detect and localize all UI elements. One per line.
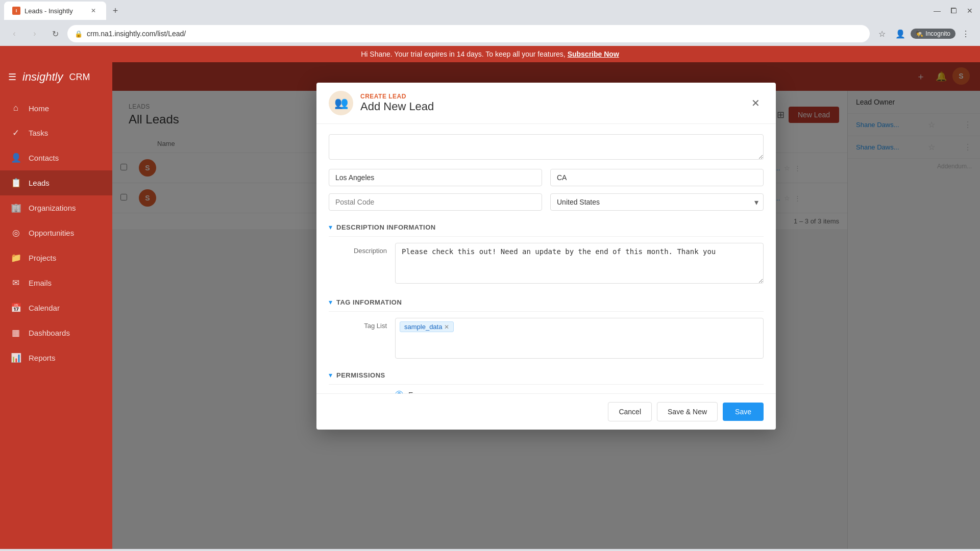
hamburger-icon[interactable]: ☰: [8, 71, 16, 83]
modal-icon: 👥: [329, 91, 353, 115]
tab-favicon: I: [12, 7, 20, 15]
sidebar-item-tasks-label: Tasks: [29, 129, 48, 137]
emails-icon: ✉: [10, 278, 21, 288]
browser-titlebar: I Leads - Insightly ✕ + — ⧠ ✕: [0, 0, 980, 21]
calendar-icon: 📅: [10, 303, 21, 313]
tag-chip-text: sample_data: [404, 323, 442, 331]
tab-title: Leads - Insightly: [24, 7, 73, 15]
window-controls: — ⧠ ✕: [931, 5, 976, 17]
country-group: United States United Kingdom Canada: [550, 193, 764, 211]
subscribe-link[interactable]: Subscribe Now: [568, 50, 619, 58]
sidebar-item-dashboards[interactable]: ▦ Dashboards: [0, 320, 112, 345]
address-top-area: [329, 134, 764, 162]
address-textarea[interactable]: [329, 134, 764, 160]
description-section-label: DESCRIPTION INFORMATION: [336, 223, 436, 231]
modal-header: 👥 CREATE LEAD Add New Lead ✕: [316, 83, 776, 124]
sidebar-item-leads[interactable]: 📋 Leads: [0, 170, 112, 195]
description-section-chevron[interactable]: ▾: [329, 223, 332, 231]
city-group: [329, 169, 542, 186]
reload-btn[interactable]: ↻: [47, 26, 63, 42]
description-section-header: ▾ DESCRIPTION INFORMATION: [329, 218, 764, 237]
main-area: ＋ 🔔 S LEADS All Leads: [112, 62, 980, 549]
save-button[interactable]: Save: [723, 403, 764, 421]
logo-text: insightly: [22, 70, 63, 84]
modal-close-btn[interactable]: ✕: [747, 95, 764, 111]
sidebar-item-emails-label: Emails: [29, 279, 52, 287]
city-input[interactable]: [329, 169, 542, 186]
permissions-section-chevron[interactable]: ▾: [329, 371, 332, 379]
sidebar-item-organizations-label: Organizations: [29, 204, 76, 212]
browser-tab[interactable]: I Leads - Insightly ✕: [4, 2, 106, 20]
new-tab-btn[interactable]: +: [108, 4, 122, 18]
sidebar-item-tasks[interactable]: ✓ Tasks: [0, 120, 112, 145]
back-btn[interactable]: ‹: [6, 26, 22, 42]
sidebar-item-reports[interactable]: 📊 Reports: [0, 345, 112, 370]
modal-title-block: CREATE LEAD Add New Lead: [360, 93, 434, 113]
description-field: [395, 243, 764, 286]
maximize-btn[interactable]: ⧠: [947, 5, 960, 17]
tag-row: Tag List sample_data ✕: [329, 318, 764, 359]
postal-input[interactable]: [329, 193, 542, 211]
save-new-button[interactable]: Save & New: [657, 402, 718, 421]
menu-btn[interactable]: ⋮: [958, 26, 974, 42]
incognito-badge: 🕵 Incognito: [911, 29, 955, 39]
description-textarea[interactable]: [395, 243, 764, 284]
sidebar-item-home[interactable]: ⌂ Home: [0, 96, 112, 120]
browser-window: I Leads - Insightly ✕ + — ⧠ ✕ ‹ › ↻ 🔒 cr…: [0, 0, 980, 551]
profile-btn[interactable]: 👤: [892, 26, 909, 42]
modal-subtitle: CREATE LEAD: [360, 93, 434, 100]
leads-icon: 📋: [10, 178, 21, 188]
tab-close-btn[interactable]: ✕: [89, 6, 98, 15]
tag-field: sample_data ✕: [395, 318, 764, 359]
bookmark-btn[interactable]: ☆: [874, 26, 890, 42]
add-lead-modal: 👥 CREATE LEAD Add New Lead ✕: [316, 83, 776, 430]
reports-icon: 📊: [10, 353, 21, 363]
sidebar-item-contacts[interactable]: 👤 Contacts: [0, 145, 112, 170]
organizations-icon: 🏢: [10, 203, 21, 213]
trial-text: Hi Shane. Your trial expires in 14 days.…: [361, 50, 566, 58]
minimize-btn[interactable]: —: [931, 5, 943, 17]
incognito-icon: 🕵: [916, 30, 923, 37]
forward-btn[interactable]: ›: [27, 26, 43, 42]
close-window-btn[interactable]: ✕: [964, 5, 976, 17]
state-group: [550, 169, 764, 186]
country-select[interactable]: United States United Kingdom Canada: [550, 193, 764, 211]
address-bar[interactable]: 🔒 crm.na1.insightly.com/list/Lead/: [67, 25, 870, 42]
description-row: Description: [329, 243, 764, 286]
modal-footer: Cancel Save & New Save: [316, 393, 776, 430]
city-state-row: [329, 169, 764, 186]
sidebar-item-emails[interactable]: ✉ Emails: [0, 270, 112, 295]
tag-section-header: ▾ TAG INFORMATION: [329, 293, 764, 312]
tag-chip-sample-data: sample_data ✕: [400, 321, 454, 332]
sidebar: ☰ insightly CRM ⌂ Home ✓ Tasks 👤 Contact…: [0, 62, 112, 549]
sidebar-item-opportunities[interactable]: ◎ Opportunities: [0, 220, 112, 245]
dashboards-icon: ▦: [10, 328, 21, 338]
state-input[interactable]: [550, 169, 764, 186]
permissions-section-header: ▾ PERMISSIONS: [329, 366, 764, 385]
sidebar-item-organizations[interactable]: 🏢 Organizations: [0, 195, 112, 220]
tag-input-container[interactable]: sample_data ✕: [395, 318, 764, 359]
tag-section-chevron[interactable]: ▾: [329, 298, 332, 306]
country-select-wrapper: United States United Kingdom Canada: [550, 193, 764, 211]
postal-group: [329, 193, 542, 211]
tag-label: Tag List: [329, 318, 395, 330]
tag-remove-btn[interactable]: ✕: [444, 323, 449, 331]
sidebar-item-opportunities-label: Opportunities: [29, 229, 74, 237]
sidebar-item-calendar[interactable]: 📅 Calendar: [0, 295, 112, 320]
permissions-section-label: PERMISSIONS: [336, 371, 385, 379]
addressbar-actions: ☆ 👤 🕵 Incognito ⋮: [874, 26, 974, 42]
projects-icon: 📁: [10, 253, 21, 263]
description-label: Description: [329, 243, 395, 255]
home-icon: ⌂: [10, 103, 21, 113]
app-layout: ☰ insightly CRM ⌂ Home ✓ Tasks 👤 Contact…: [0, 62, 980, 549]
sidebar-item-home-label: Home: [29, 104, 49, 113]
sidebar-item-contacts-label: Contacts: [29, 154, 59, 162]
crm-text: CRM: [69, 72, 90, 83]
address-bar-row: ‹ › ↻ 🔒 crm.na1.insightly.com/list/Lead/…: [0, 21, 980, 46]
cancel-button[interactable]: Cancel: [608, 402, 652, 421]
sidebar-item-dashboards-label: Dashboards: [29, 329, 70, 337]
sidebar-item-projects[interactable]: 📁 Projects: [0, 245, 112, 270]
postal-country-row: United States United Kingdom Canada: [329, 193, 764, 211]
sidebar-item-reports-label: Reports: [29, 354, 56, 362]
sidebar-item-projects-label: Projects: [29, 254, 56, 262]
